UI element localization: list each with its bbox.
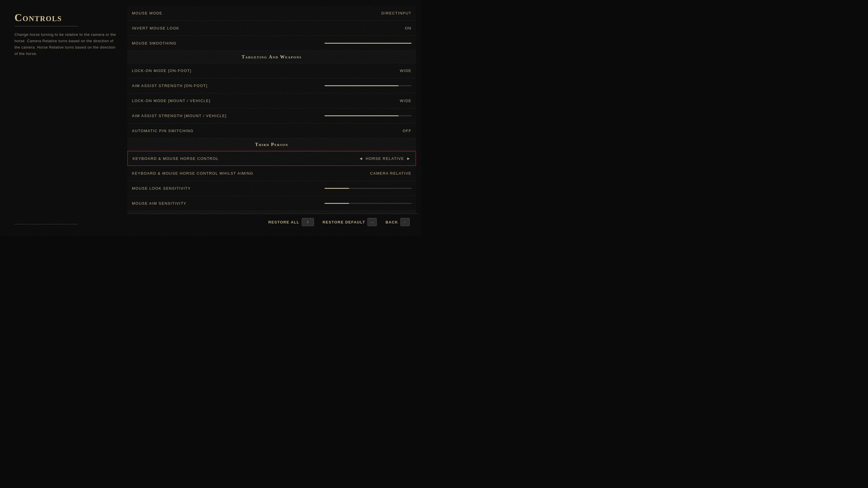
setting-value-text: On xyxy=(405,26,412,30)
slider-fill xyxy=(324,116,398,116)
setting-label: Automatic Pin Switching xyxy=(132,129,193,133)
section-header-text: Targeting and Weapons xyxy=(242,54,302,59)
setting-row[interactable]: Keyboard & Mouse Horse Control◄Horse Rel… xyxy=(127,151,416,166)
selector-value-text: Horse Relative xyxy=(366,156,404,161)
bottom-bar: Restore All ⇧ Restore Default — Back ← xyxy=(127,214,418,230)
setting-value-selector[interactable]: ◄Horse Relative► xyxy=(359,156,411,161)
slider-fill xyxy=(324,188,349,189)
setting-label: Mouse Mode xyxy=(132,11,162,15)
setting-label: Lock-On Mode [Mount / Vehicle] xyxy=(132,99,211,103)
slider-track xyxy=(324,85,411,86)
setting-row[interactable]: Lock-On Mode [Mount / Vehicle]Wide xyxy=(127,93,416,108)
main-layout: Controls Change horse turning to be rela… xyxy=(0,0,421,236)
setting-row[interactable]: Mouse Aim Sensitivity xyxy=(127,196,416,211)
setting-label: Keyboard & Mouse Horse Control xyxy=(132,156,219,161)
left-arrow-icon[interactable]: ◄ xyxy=(359,156,363,161)
restore-default-button[interactable]: Restore Default — xyxy=(322,218,377,226)
setting-row[interactable]: Mouse Look Sensitivity xyxy=(127,181,416,196)
restore-all-key-icon: ⇧ xyxy=(302,218,314,226)
slider-container[interactable] xyxy=(324,203,411,204)
setting-row[interactable]: Aim Assist Strength [On-Foot] xyxy=(127,78,416,93)
slider-track xyxy=(324,203,411,204)
setting-row[interactable]: Lock-On Mode [On-Foot]Wide xyxy=(127,63,416,78)
setting-row[interactable]: Mouse Smoothing xyxy=(127,36,416,51)
slider-container[interactable] xyxy=(324,188,411,189)
restore-all-button[interactable]: Restore All ⇧ xyxy=(268,218,314,226)
setting-label: Lock-On Mode [On-Foot] xyxy=(132,68,191,73)
right-panel: Mouse ModeDirectInputInvert Mouse LookOn… xyxy=(127,6,421,230)
setting-value-text: DirectInput xyxy=(381,11,411,15)
page-title: Controls xyxy=(14,11,119,24)
slider-track xyxy=(324,116,411,116)
setting-row[interactable]: Invert Mouse LookOn xyxy=(127,21,416,36)
setting-value-text: Off xyxy=(403,129,412,133)
settings-scroll[interactable]: Mouse ModeDirectInputInvert Mouse LookOn… xyxy=(127,6,418,214)
slider-container[interactable] xyxy=(324,85,411,86)
slider-container[interactable] xyxy=(324,43,411,44)
setting-value-text: Wide xyxy=(400,99,411,103)
right-arrow-icon[interactable]: ► xyxy=(406,156,411,161)
slider-container[interactable] xyxy=(324,116,411,116)
left-panel: Controls Change horse turning to be rela… xyxy=(0,6,127,230)
setting-value-text: Camera Relative xyxy=(370,171,411,175)
setting-row[interactable]: Keyboard & Mouse Horse Control Whilst Ai… xyxy=(127,166,416,181)
slider-fill xyxy=(324,203,349,204)
back-button[interactable]: Back ← xyxy=(385,218,410,226)
section-header: First Person xyxy=(127,211,416,214)
slider-track xyxy=(324,43,411,44)
setting-label: Mouse Smoothing xyxy=(132,41,177,45)
description-text: Change horse turning to be relative to t… xyxy=(14,32,119,57)
section-header-text: Third Person xyxy=(255,142,288,147)
setting-value-text: Wide xyxy=(400,68,411,73)
restore-default-key-icon: — xyxy=(368,218,377,226)
setting-label: Mouse Aim Sensitivity xyxy=(132,201,186,205)
setting-label: Aim Assist Strength [On-Foot] xyxy=(132,84,208,88)
title-divider xyxy=(14,26,78,26)
setting-row[interactable]: Aim Assist Strength [Mount / Vehicle] xyxy=(127,108,416,124)
setting-label: Aim Assist Strength [Mount / Vehicle] xyxy=(132,113,226,118)
slider-track xyxy=(324,188,411,189)
slider-fill xyxy=(324,43,411,44)
bottom-divider xyxy=(14,224,78,224)
setting-label: Mouse Look Sensitivity xyxy=(132,186,191,191)
back-key-icon: ← xyxy=(400,218,410,226)
setting-row[interactable]: Mouse ModeDirectInput xyxy=(127,6,416,21)
setting-label: Keyboard & Mouse Horse Control Whilst Ai… xyxy=(132,171,253,175)
section-header: Targeting and Weapons xyxy=(127,51,416,63)
slider-fill xyxy=(324,85,398,86)
setting-row[interactable]: Automatic Pin SwitchingOff xyxy=(127,124,416,138)
setting-label: Invert Mouse Look xyxy=(132,26,179,30)
section-header: Third Person xyxy=(127,138,416,151)
